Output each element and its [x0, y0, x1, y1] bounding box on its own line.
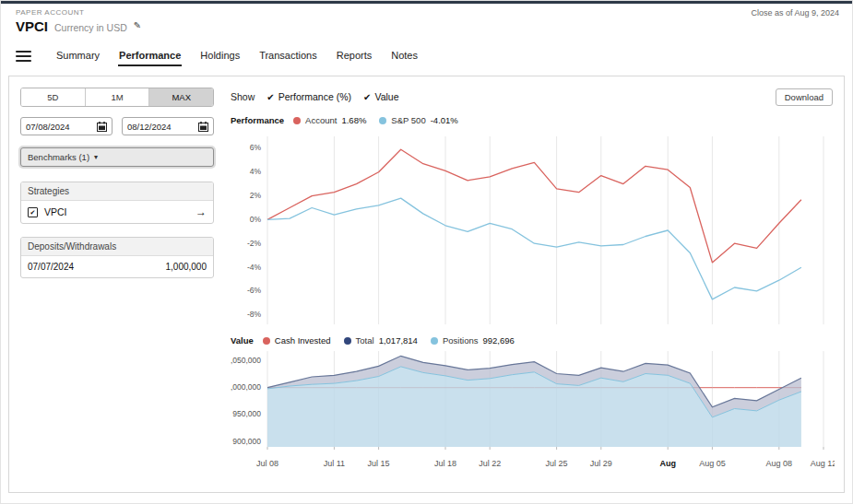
strategies-panel: Strategies ✔ VPCI → — [20, 182, 214, 224]
range-button-1m[interactable]: 1M — [86, 88, 150, 106]
svg-text:1,050,000: 1,050,000 — [231, 356, 261, 365]
svg-text:Aug 08: Aug 08 — [766, 459, 793, 468]
tab-performance[interactable]: Performance — [118, 46, 182, 66]
positions-legend-value: 992,696 — [482, 335, 514, 346]
sp500-legend-dot — [379, 117, 386, 124]
hamburger-menu-icon[interactable] — [16, 51, 31, 62]
check-icon: ✔ — [30, 209, 36, 216]
svg-text:Jul 11: Jul 11 — [324, 459, 345, 468]
close-date-label: Close as of Aug 9, 2024 — [751, 8, 839, 18]
checkbox-value[interactable]: ✔ Value — [363, 91, 398, 102]
svg-text:-2%: -2% — [247, 239, 262, 248]
svg-text:2%: 2% — [250, 191, 262, 200]
svg-text:1,000,000: 1,000,000 — [231, 382, 261, 392]
account-legend-dot — [293, 117, 301, 124]
svg-text:Aug 12: Aug 12 — [811, 459, 835, 468]
check-icon: ✔ — [267, 92, 274, 102]
date-range-segmented-control: 5D 1M MAX — [20, 88, 214, 107]
svg-text:Jul 22: Jul 22 — [479, 459, 501, 468]
tab-summary[interactable]: Summary — [55, 46, 101, 66]
date-to-input[interactable] — [127, 122, 198, 132]
show-label: Show — [231, 91, 255, 102]
strategy-checkbox[interactable]: ✔ — [28, 207, 38, 217]
svg-text:-6%: -6% — [247, 286, 262, 295]
strategy-row-vpci[interactable]: ✔ VPCI → — [21, 201, 213, 223]
currency-label: Currency in USD — [54, 22, 127, 33]
cash-invested-legend-name: Cash Invested — [275, 335, 331, 346]
download-button[interactable]: Download — [776, 88, 833, 106]
chart-area: Show ✔ Performance (%) ✔ Value Download … — [231, 88, 833, 485]
account-type-label: PAPER ACCOUNT — [16, 8, 837, 17]
value-chart[interactable]: 1,050,0001,000,000950,000900,000Jul 08Ju… — [231, 347, 835, 475]
sp500-legend-value: -4.01% — [431, 115, 458, 125]
check-icon: ✔ — [363, 92, 371, 102]
range-button-5d[interactable]: 5D — [21, 88, 86, 106]
page-title: VPCI — [16, 18, 48, 34]
cash-invested-legend-dot — [263, 337, 270, 345]
svg-text:Jul 08: Jul 08 — [256, 459, 278, 468]
performance-chart[interactable]: 6%4%2%0%-2%-4%-6%-8% — [231, 127, 835, 332]
svg-text:Jul 15: Jul 15 — [368, 459, 390, 468]
account-legend-name: Account — [305, 115, 337, 125]
date-from-input[interactable] — [26, 122, 97, 132]
sp500-legend-name: S&P 500 — [391, 115, 425, 125]
performance-legend: Performance Account 1.68% S&P 500 -4.01% — [231, 115, 833, 125]
checkbox-performance[interactable]: ✔ Performance (%) — [267, 91, 351, 102]
positions-legend-dot — [431, 337, 438, 345]
date-inputs-row — [20, 117, 214, 135]
performance-legend-title: Performance — [231, 115, 284, 125]
total-legend-value: 1,017,814 — [379, 335, 418, 346]
tab-transactions[interactable]: Transactions — [258, 46, 318, 66]
performance-page-content: 5D 1M MAX Benchmarks (1) ▾ Strate — [8, 76, 845, 493]
strategy-label: VPCI — [44, 206, 189, 217]
svg-text:-8%: -8% — [247, 310, 262, 319]
chevron-down-icon: ▾ — [94, 153, 98, 161]
main-nav: Summary Performance Holdings Transaction… — [1, 46, 852, 66]
svg-text:Aug 05: Aug 05 — [699, 459, 726, 468]
svg-text:6%: 6% — [250, 143, 262, 152]
deposit-date: 07/07/2024 — [28, 262, 74, 272]
tab-holdings[interactable]: Holdings — [199, 46, 241, 66]
date-to-field[interactable] — [122, 117, 214, 135]
deposit-row: 07/07/2024 1,000,000 — [21, 256, 213, 277]
svg-text:950,000: 950,000 — [232, 409, 261, 418]
positions-legend-name: Positions — [443, 335, 479, 346]
svg-text:Jul 25: Jul 25 — [546, 459, 568, 468]
deposits-panel-title: Deposits/Withdrawals — [21, 238, 213, 256]
svg-text:900,000: 900,000 — [232, 437, 261, 446]
range-button-max[interactable]: MAX — [149, 88, 213, 106]
account-header: PAPER ACCOUNT VPCI Currency in USD ✎ Clo… — [1, 4, 852, 34]
tab-reports[interactable]: Reports — [336, 46, 373, 66]
total-legend-name: Total — [356, 335, 374, 346]
date-from-field[interactable] — [20, 117, 113, 135]
svg-text:Jul 29: Jul 29 — [590, 459, 612, 468]
benchmarks-dropdown[interactable]: Benchmarks (1) ▾ — [20, 147, 214, 167]
deposit-amount: 1,000,000 — [166, 262, 207, 272]
value-legend: Value Cash Invested Total 1,017,814 Posi… — [231, 335, 833, 346]
arrow-right-icon[interactable]: → — [195, 206, 207, 217]
account-legend-value: 1.68% — [341, 115, 366, 125]
tab-notes[interactable]: Notes — [390, 46, 419, 66]
svg-text:0%: 0% — [250, 215, 262, 224]
calendar-icon[interactable] — [198, 122, 208, 132]
deposits-panel: Deposits/Withdrawals 07/07/2024 1,000,00… — [20, 237, 214, 278]
svg-text:Jul 18: Jul 18 — [434, 459, 456, 468]
strategies-panel-title: Strategies — [21, 182, 213, 201]
total-legend-dot — [344, 337, 351, 345]
svg-text:-4%: -4% — [247, 263, 262, 272]
edit-pencil-icon[interactable]: ✎ — [134, 20, 141, 30]
benchmarks-dropdown-label: Benchmarks (1) — [28, 152, 89, 162]
checkbox-performance-label: Performance (%) — [278, 91, 351, 102]
filters-sidebar: 5D 1M MAX Benchmarks (1) ▾ Strate — [20, 88, 214, 485]
chart-toolbar: Show ✔ Performance (%) ✔ Value Download — [231, 88, 833, 106]
calendar-icon[interactable] — [97, 122, 107, 132]
svg-text:Aug: Aug — [659, 459, 676, 468]
value-legend-title: Value — [231, 335, 254, 346]
svg-text:4%: 4% — [250, 167, 262, 176]
checkbox-value-label: Value — [374, 91, 398, 102]
